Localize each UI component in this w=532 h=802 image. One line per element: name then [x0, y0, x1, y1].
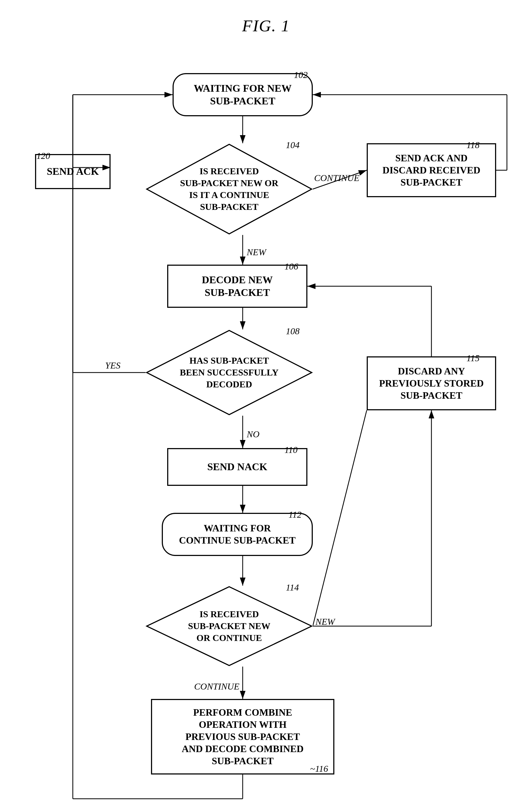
ref-106: 106 — [284, 261, 298, 272]
page: FIG. 1 NEW NO — [0, 0, 532, 802]
svg-line-11 — [313, 170, 367, 189]
ref-116: ~116 — [310, 764, 328, 774]
ref-112: 112 — [288, 509, 302, 520]
node-116: PERFORM COMBINE OPERATION WITH PREVIOUS … — [151, 699, 334, 775]
node-102: WAITING FOR NEW SUB-PACKET — [173, 73, 313, 116]
ref-120: 120 — [36, 151, 50, 161]
node-108: HAS SUB-PACKET BEEN SUCCESSFULLY DECODED — [146, 329, 313, 416]
svg-text:CONTINUE: CONTINUE — [314, 173, 359, 183]
ref-118: 118 — [467, 140, 479, 150]
ref-115: 115 — [467, 353, 479, 363]
svg-text:CONTINUE: CONTINUE — [194, 682, 240, 691]
svg-text:NO: NO — [246, 429, 260, 439]
svg-text:NEW: NEW — [246, 247, 267, 257]
svg-line-22 — [313, 410, 367, 626]
ref-110: 110 — [284, 445, 298, 455]
node-115: DISCARD ANY PREVIOUSLY STORED SUB-PACKET — [367, 356, 496, 410]
figure-title: FIG. 1 — [0, 0, 532, 35]
node-104: IS RECEIVED SUB-PACKET NEW OR IS IT A CO… — [146, 143, 313, 235]
svg-text:NEW: NEW — [315, 617, 336, 627]
diagram: NEW NO CONTINUE CONTINUE YES — [0, 38, 532, 802]
node-114: IS RECEIVED SUB-PACKET NEW OR CONTINUE — [146, 586, 313, 667]
node-118: SEND ACK AND DISCARD RECEIVED SUB-PACKET — [367, 143, 496, 197]
svg-text:YES: YES — [105, 360, 120, 370]
ref-102: 102 — [294, 70, 308, 80]
